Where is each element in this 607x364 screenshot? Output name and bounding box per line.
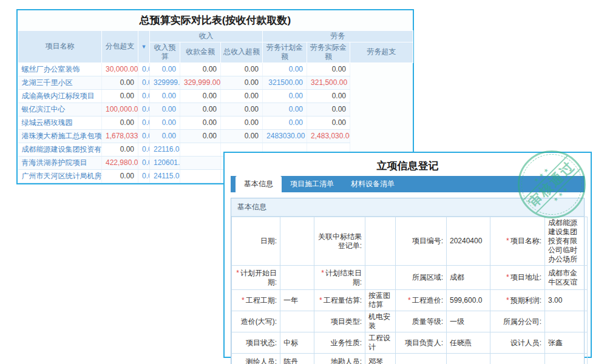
amount-cell: 0.00 bbox=[138, 129, 150, 143]
project-name-cell[interactable]: 银亿滨江中心 bbox=[18, 103, 102, 116]
field-label: *工程工期: bbox=[232, 290, 280, 311]
field-value[interactable]: 按蓝图结算 bbox=[365, 290, 396, 311]
project-name-cell[interactable]: 成渝高铁内江标段项目 bbox=[18, 89, 102, 103]
col-header-labor-actual[interactable]: 劳务实际金额 bbox=[307, 42, 350, 62]
field-label: *预期利润: bbox=[490, 290, 545, 311]
project-name-cell[interactable]: 青海洪湖养护院项目 bbox=[18, 156, 102, 169]
amount-cell: 0.00 bbox=[221, 89, 263, 103]
field-value[interactable]: 中标 bbox=[280, 332, 314, 354]
table-row[interactable]: 绿城云栖玫瑰园0.000.000.000.000.000.000.00 bbox=[18, 116, 413, 129]
form-row: 测绘人员:陈丹地勘人员:邓琴 bbox=[232, 354, 588, 364]
field-value[interactable] bbox=[545, 311, 588, 332]
field-label: *项目名称: bbox=[490, 217, 545, 266]
amount-cell: 0.00 bbox=[138, 169, 150, 183]
amount-cell: 2483030.00 bbox=[263, 129, 307, 143]
required-marker: * bbox=[321, 269, 324, 277]
field-label: 质量等级: bbox=[396, 311, 447, 332]
col-header-total-income-excess[interactable]: 总收入超额 bbox=[221, 42, 263, 62]
field-value[interactable]: 邓琴 bbox=[365, 354, 396, 364]
field-label: *工程量估算: bbox=[314, 290, 365, 311]
field-label: 业务性质: bbox=[314, 332, 365, 354]
project-name-cell[interactable]: 绿城云栖玫瑰园 bbox=[18, 116, 102, 129]
field-value[interactable]: 3.00 bbox=[545, 290, 588, 311]
field-value[interactable]: 599,600.0 bbox=[447, 290, 490, 311]
field-label: 测绘人员: bbox=[232, 354, 280, 364]
sort-button[interactable]: ▼ bbox=[138, 31, 150, 63]
field-value[interactable]: 成都市金牛区友谊 bbox=[545, 266, 588, 290]
table-row[interactable]: 银亿滨江中心100,000.000.000.000.000.000.000.00 bbox=[18, 103, 413, 116]
field-value[interactable] bbox=[545, 354, 588, 364]
field-value[interactable] bbox=[280, 311, 314, 332]
project-name-cell[interactable]: 成都能源建设集团投资有限公司 bbox=[18, 143, 102, 156]
field-label: 地勘人员: bbox=[314, 354, 365, 364]
amount-cell bbox=[180, 169, 221, 183]
project-name-cell[interactable]: 螺丝厂办公室装饰 bbox=[18, 62, 102, 76]
amount-cell: 0.00 bbox=[180, 62, 221, 76]
required-marker: * bbox=[408, 296, 411, 305]
table-row[interactable]: 成渝高铁内江标段项目0.000.000.000.000.000.000.00 bbox=[18, 89, 413, 103]
field-value[interactable]: 一级 bbox=[447, 311, 490, 332]
amount-cell: 0.00 bbox=[307, 103, 350, 116]
tab-construction-list[interactable]: 项目施工清单 bbox=[282, 176, 342, 192]
field-value[interactable] bbox=[280, 266, 314, 290]
field-label: *计划结束日期: bbox=[314, 266, 365, 290]
field-label: 项目负责人: bbox=[396, 332, 447, 354]
field-value[interactable]: 机电安装 bbox=[365, 311, 396, 332]
amount-cell: 329999.00 bbox=[150, 76, 180, 89]
field-value[interactable]: 一年 bbox=[280, 290, 314, 311]
field-value[interactable]: 陈丹 bbox=[280, 354, 314, 364]
field-label: 项目状态: bbox=[232, 332, 280, 354]
col-group-labor: 劳务 bbox=[263, 31, 413, 42]
amount-cell: 0.00 bbox=[221, 116, 263, 129]
amount-cell: 0.00 bbox=[307, 116, 350, 129]
col-header-income-budget[interactable]: 收入预算 bbox=[150, 42, 180, 62]
amount-cell: 1,678,033.00 bbox=[102, 129, 138, 143]
project-name-cell[interactable]: 龙湖三千里小区 bbox=[18, 76, 102, 89]
amount-cell: 0.00 bbox=[180, 116, 221, 129]
amount-cell: 0.00 bbox=[221, 62, 263, 76]
amount-cell: 0.00 bbox=[102, 169, 138, 183]
amount-cell: 0.00 bbox=[307, 62, 350, 76]
amount-cell bbox=[180, 143, 221, 156]
amount-cell: 24115.00 bbox=[150, 169, 180, 183]
project-name-cell[interactable]: 广州市天河区统计局机房改造 bbox=[18, 169, 102, 183]
col-header-subcontract-overspend[interactable]: 分包超支 bbox=[102, 31, 138, 63]
field-value[interactable]: 张鑫 bbox=[545, 332, 588, 354]
amount-cell: 0.00 bbox=[138, 116, 150, 129]
col-header-project[interactable]: 项目名称 bbox=[18, 31, 102, 63]
col-header-receipt-amount[interactable]: 收款金额 bbox=[180, 42, 221, 62]
sort-caret-icon[interactable]: ▼ bbox=[141, 44, 147, 50]
tab-basic-info[interactable]: 基本信息 bbox=[236, 176, 282, 192]
required-marker: * bbox=[319, 296, 322, 305]
amount-cell: 30,000.00 bbox=[102, 62, 138, 76]
field-value[interactable] bbox=[365, 217, 396, 266]
budget-table-title: 总预算实际对比表(按收付款取数) bbox=[18, 10, 413, 30]
field-value[interactable] bbox=[280, 217, 314, 266]
col-header-labor-planned[interactable]: 劳务计划金额 bbox=[263, 42, 307, 62]
col-header-labor-overspend[interactable]: 劳务超支 bbox=[350, 42, 413, 62]
field-value[interactable]: 20240400 bbox=[447, 217, 490, 266]
field-label: 项目编号: bbox=[396, 217, 447, 266]
amount-cell bbox=[180, 156, 221, 169]
required-marker: * bbox=[506, 237, 509, 245]
form-row: 项目状态:中标业务性质:工程设计项目负责人:任晓燕设计人员:张鑫 bbox=[232, 332, 588, 354]
field-value[interactable] bbox=[365, 266, 396, 290]
field-value[interactable]: 成都 bbox=[447, 266, 490, 290]
field-value[interactable]: 成都能源建设集团投资有限公司临时办公场所 bbox=[545, 217, 588, 266]
table-row[interactable]: 港珠澳大桥施工总承包项目1,678,033.000.000.000.000.00… bbox=[18, 129, 413, 143]
amount-cell: 0.00 bbox=[138, 143, 150, 156]
amount-cell: 0.00 bbox=[221, 129, 263, 143]
amount-cell: 0.00 bbox=[138, 156, 150, 169]
tab-material-equipment-list[interactable]: 材料设备清单 bbox=[342, 176, 403, 192]
project-name-cell[interactable]: 港珠澳大桥施工总承包项目 bbox=[18, 129, 102, 143]
table-row[interactable]: 龙湖三千里小区0.000.00329999.00329,999.000.0032… bbox=[18, 76, 413, 89]
field-label: *项目地址: bbox=[490, 266, 545, 290]
project-registration-panel: 立项信息登记 基本信息 项目施工清单 材料设备清单 基本信息 日期:关联中标结果… bbox=[223, 152, 592, 358]
amount-cell: 0.00 bbox=[263, 103, 307, 116]
basic-info-form: 日期:关联中标结果登记单:项目编号:20240400*项目名称:成都能源建设集团… bbox=[231, 217, 588, 364]
field-value[interactable]: 工程设计 bbox=[365, 332, 396, 354]
field-value[interactable] bbox=[447, 354, 490, 364]
table-row[interactable]: 螺丝厂办公室装饰30,000.000.000.000.000.000.000.0… bbox=[18, 62, 413, 76]
field-value[interactable]: 任晓燕 bbox=[447, 332, 490, 354]
amount-cell: 0.00 bbox=[138, 62, 150, 76]
